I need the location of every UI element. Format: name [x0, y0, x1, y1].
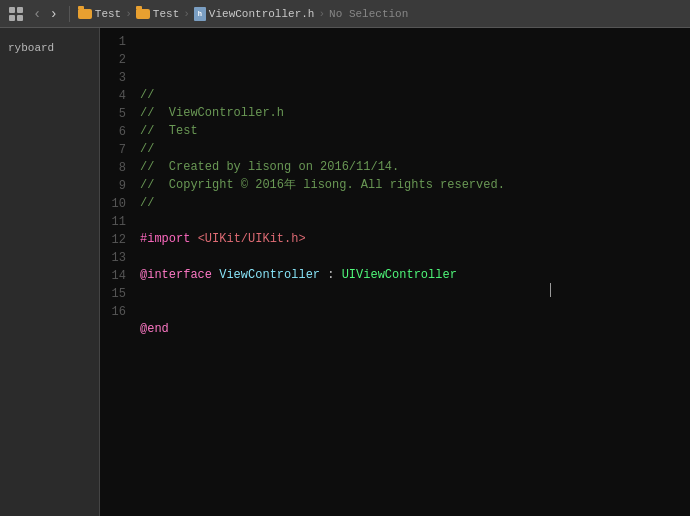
nav-back-button[interactable]: ‹ [30, 6, 44, 22]
line-number: 14 [100, 267, 126, 285]
grid-icon[interactable] [8, 6, 24, 22]
code-line [140, 284, 690, 302]
code-line: // [140, 86, 690, 104]
code-line [140, 302, 690, 320]
sidebar: ryboard [0, 28, 100, 516]
line-number: 11 [100, 213, 126, 231]
code-token: // Test [140, 124, 198, 138]
nav-forward-button[interactable]: › [46, 6, 60, 22]
sidebar-label: ryboard [8, 42, 54, 54]
breadcrumb-label-2: Test [153, 8, 179, 20]
file-h-icon: h [194, 7, 206, 21]
line-number: 1 [100, 33, 126, 51]
code-token: // Copyright © 2016年 lisong. All rights … [140, 178, 505, 192]
breadcrumb-sep-3: › [318, 8, 325, 20]
line-number: 12 [100, 231, 126, 249]
breadcrumb-sep-1: › [125, 8, 132, 20]
code-line: @interface ViewController : UIViewContro… [140, 266, 690, 284]
breadcrumb: Test › Test › h ViewController.h › No Se… [78, 7, 408, 21]
line-numbers: 12345678910111213141516 [100, 32, 132, 512]
code-token: @end [140, 322, 169, 336]
breadcrumb-label: Test [95, 8, 121, 20]
main-area: ryboard 12345678910111213141516 //// Vie… [0, 28, 690, 516]
code-token: #import [140, 232, 190, 246]
code-line: // [140, 140, 690, 158]
svg-rect-0 [9, 7, 15, 13]
code-line [140, 338, 690, 356]
code-line: // Created by lisong on 2016/11/14. [140, 158, 690, 176]
folder-icon-2 [136, 9, 150, 19]
code-line: // Copyright © 2016年 lisong. All rights … [140, 176, 690, 194]
code-token [190, 232, 197, 246]
code-token: ViewController [219, 268, 320, 282]
code-line [140, 356, 690, 374]
line-number: 9 [100, 177, 126, 195]
sidebar-storyboard[interactable]: ryboard [0, 38, 99, 58]
breadcrumb-selection: No Selection [329, 8, 408, 20]
line-number: 16 [100, 303, 126, 321]
breadcrumb-filename: ViewController.h [209, 8, 315, 20]
line-number: 4 [100, 87, 126, 105]
svg-rect-1 [17, 7, 23, 13]
line-number: 13 [100, 249, 126, 267]
line-number: 7 [100, 141, 126, 159]
code-token: <UIKit/UIKit.h> [198, 232, 306, 246]
line-number: 8 [100, 159, 126, 177]
code-token: @interface [140, 268, 212, 282]
line-number: 3 [100, 69, 126, 87]
breadcrumb-test2[interactable]: Test [136, 8, 179, 20]
code-line [140, 248, 690, 266]
svg-rect-3 [17, 15, 23, 21]
code-line: // ViewController.h [140, 104, 690, 122]
line-number: 10 [100, 195, 126, 213]
line-number: 6 [100, 123, 126, 141]
text-cursor [550, 283, 551, 297]
breadcrumb-file[interactable]: h ViewController.h [194, 7, 315, 21]
breadcrumb-test1[interactable]: Test [78, 8, 121, 20]
code-content[interactable]: //// ViewController.h// Test//// Created… [132, 32, 690, 512]
toolbar: ‹ › Test › Test › h ViewController.h › N… [0, 0, 690, 28]
breadcrumb-sep-2: › [183, 8, 190, 20]
code-line: // Test [140, 122, 690, 140]
line-number: 5 [100, 105, 126, 123]
code-token: UIViewController [342, 268, 457, 282]
code-token: : [320, 268, 342, 282]
code-line [140, 212, 690, 230]
code-token: // Created by lisong on 2016/11/14. [140, 160, 399, 174]
nav-controls: ‹ › [30, 6, 61, 22]
folder-icon [78, 9, 92, 19]
toolbar-separator [69, 6, 70, 22]
code-editor[interactable]: 12345678910111213141516 //// ViewControl… [100, 28, 690, 516]
code-token: // [140, 142, 154, 156]
code-token: // [140, 88, 154, 102]
code-line: #import <UIKit/UIKit.h> [140, 230, 690, 248]
code-line: // [140, 194, 690, 212]
code-line: @end [140, 320, 690, 338]
line-number: 15 [100, 285, 126, 303]
code-area[interactable]: 12345678910111213141516 //// ViewControl… [100, 28, 690, 516]
code-token: // [140, 196, 154, 210]
code-token: // ViewController.h [140, 106, 284, 120]
line-number: 2 [100, 51, 126, 69]
svg-rect-2 [9, 15, 15, 21]
